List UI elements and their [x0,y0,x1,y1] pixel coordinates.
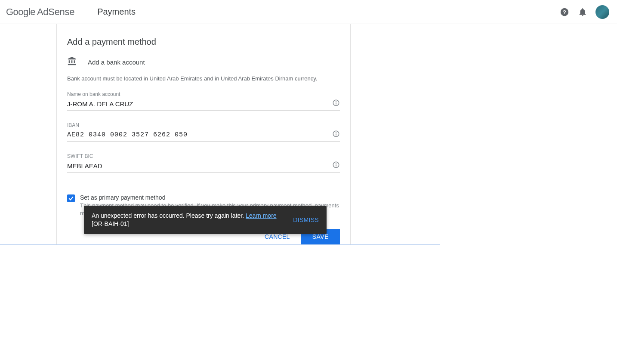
dismiss-button[interactable]: DISMISS [293,216,319,223]
toast-error-code: [OR-BAIH-01] [92,220,283,228]
toast-message: An unexpected error has occurred. Please… [92,212,246,219]
info-icon[interactable] [332,161,340,170]
svg-point-10 [336,163,336,163]
primary-checkbox-label: Set as primary payment method [80,194,340,201]
logo-adsense-text: AdSense [37,6,74,18]
swift-field: SWIFT BIC [67,153,340,173]
page-title: Payments [97,7,136,17]
swift-label: SWIFT BIC [67,153,340,159]
product-logo[interactable]: Google AdSense [5,6,74,18]
avatar[interactable] [595,5,609,19]
subtitle-row: Add a bank account [67,56,340,68]
iban-field: IBAN [67,122,340,142]
svg-point-7 [336,132,336,133]
iban-label: IBAN [67,122,340,128]
logo-google-text: Google [6,6,35,18]
card-title: Add a payment method [67,37,340,47]
bank-icon [67,56,77,68]
header-actions: ? [559,5,609,19]
info-icon[interactable] [332,130,340,139]
header-divider [85,5,85,19]
name-input[interactable] [67,99,329,110]
notifications-icon[interactable] [577,7,588,17]
primary-checkbox[interactable] [67,194,75,202]
swift-input[interactable] [67,161,329,172]
name-field: Name on bank account [67,91,340,111]
subtitle-text: Add a bank account [88,59,145,66]
content-area: Add a payment method Add a bank account … [0,24,440,245]
error-toast: An unexpected error has occurred. Please… [84,206,327,234]
app-header: Google AdSense Payments ? [0,0,617,24]
name-label: Name on bank account [67,91,340,97]
iban-input[interactable] [67,130,329,141]
svg-text:?: ? [563,9,566,15]
info-icon[interactable] [332,99,340,108]
svg-point-4 [336,101,336,102]
location-helper-text: Bank account must be located in United A… [67,75,340,82]
help-icon[interactable]: ? [559,7,570,17]
toast-learn-more-link[interactable]: Learn more [246,212,277,219]
toast-body: An unexpected error has occurred. Please… [92,212,283,228]
